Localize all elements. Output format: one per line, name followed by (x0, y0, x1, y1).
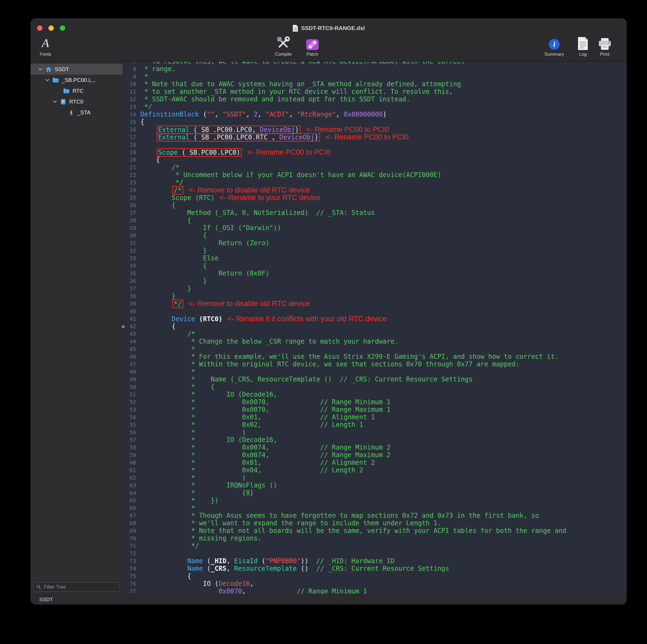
code-segment: Device (172, 315, 195, 323)
code-line: 58 * 0x0074, // Range Minimum 2 (123, 444, 627, 451)
code-line: 63 * IRQNoFlags () (123, 482, 627, 489)
chevron-down-icon[interactable] (37, 67, 44, 72)
code-text: */ (140, 179, 184, 186)
code-segment: * (140, 504, 195, 512)
code-line: 52 * 0x0070, // Range Minimum 1 (123, 398, 627, 406)
sidebar-tree: SSDT_SB.PC00.L...RTCRTC0_STA (30, 62, 123, 118)
code-segment: { (140, 217, 191, 224)
code-segment: , (226, 565, 234, 572)
patch-button[interactable]: Patch (296, 34, 329, 57)
tree-item-ssdt[interactable]: SSDT (30, 64, 123, 75)
code-line: 65 * }) (123, 497, 627, 504)
line-number: 57 (123, 436, 140, 444)
code-text: * {8} (140, 489, 254, 497)
print-button[interactable]: Print (589, 34, 621, 57)
line-number: 36 (123, 277, 140, 285)
code-line: 43 /* (123, 330, 627, 338)
tree-item-rtc0[interactable]: RTC0 (30, 96, 123, 107)
fonts-button[interactable]: A Fonts (30, 34, 60, 57)
code-text: External (_SB_.PC00.LPC0.RTC_, DeviceObj… (140, 133, 409, 141)
window-title: SSDT-RTC0-RANGE.dsl (301, 25, 365, 31)
code-segment: { (140, 572, 191, 580)
code-line: 61 * 0x04, // Length 2 (123, 466, 627, 474)
line-number: 38 (123, 292, 140, 300)
code-line: 12 * SSDT-AWAC should be removed and ins… (123, 95, 627, 103)
splitter-handle[interactable] (122, 325, 125, 328)
line-number: 50 (123, 383, 140, 391)
tree-item-label: RTC0 (69, 99, 83, 105)
summary-button[interactable]: i Summary (538, 34, 570, 57)
line-number: 17 (123, 133, 140, 141)
code-text: */ (140, 542, 199, 550)
line-number: 76 (123, 580, 140, 587)
code-line: 76 IO (Decode16, (123, 580, 627, 587)
code-segment (140, 149, 156, 156)
annotation-text: <- Rename if it conflicts with your old … (227, 315, 386, 323)
chevron-down-icon[interactable] (44, 77, 51, 83)
line-number: 9 (123, 73, 140, 80)
code-line: 75 { (123, 572, 627, 580)
code-segment: 2 (254, 110, 258, 118)
code-segment: Else (140, 254, 219, 262)
svg-text:i: i (553, 40, 555, 49)
filter-tree-input[interactable] (33, 582, 120, 591)
code-segment: , (246, 110, 254, 118)
code-segment: */ (140, 542, 199, 550)
line-number: 66 (123, 504, 140, 512)
code-segment: * missing regions. (140, 535, 262, 542)
code-segment: ResourceTemplate (234, 565, 297, 572)
code-segment: Decode16 (219, 580, 250, 587)
code-line: 28 { (123, 217, 627, 224)
line-number: 10 (123, 80, 140, 88)
code-segment: _HID (211, 557, 226, 565)
line-number: 27 (123, 209, 140, 217)
code-segment: } (140, 277, 207, 285)
code-segment: * Change the below _CSR range to match y… (140, 338, 399, 345)
code-line: 25 Scope (RTC)<- Rename to your RTC devi… (123, 194, 627, 202)
code-text: { (140, 232, 207, 239)
tree-item-sb-pc00-l[interactable]: _SB.PC00.L... (30, 75, 123, 85)
code-line: 22 * Uncomment below if your ACPI doesn'… (123, 171, 627, 179)
line-number: 48 (123, 368, 140, 376)
compile-button[interactable]: Compile (267, 34, 299, 57)
code-line: 45 * (123, 345, 627, 353)
code-line: 13 */ (123, 103, 627, 110)
code-editor[interactable]: 7 * To resolve this, we'll want to creat… (123, 62, 627, 594)
printer-icon (598, 34, 612, 51)
search-icon (36, 584, 41, 590)
code-text: * IO (Decode16, (140, 436, 277, 444)
folder-icon (62, 87, 71, 95)
code-segment: IO ( (140, 580, 219, 587)
code-line: 39 */<- Remove to disable old RTC device (123, 300, 627, 307)
code-text: * (140, 345, 195, 353)
annotation-text: <- Remove to disable old RTC device (189, 186, 310, 194)
code-segment: * (140, 368, 195, 376)
line-number: 31 (123, 239, 140, 247)
tree-item-rtc[interactable]: RTC (30, 85, 123, 96)
code-text: * To resolve this, we'll want to create … (140, 62, 465, 65)
line-number: 77 (123, 587, 140, 594)
summary-label: Summary (545, 52, 564, 57)
code-text: * 0x0074, // Range Minimum 2 (140, 444, 390, 451)
code-text: Scope (_SB.PC00.LPC0)<- Rename PC00 to P… (140, 148, 330, 156)
code-lines: 7 * To resolve this, we'll want to creat… (123, 62, 627, 594)
code-segment: * IRQNoFlags () (140, 482, 277, 489)
code-text: Return (Zero) (140, 239, 269, 247)
code-line: 37 } (123, 285, 627, 292)
code-text: Else (140, 254, 219, 262)
code-line: 44 * Change the below _CSR range to matc… (123, 338, 627, 345)
line-number: 72 (123, 550, 140, 557)
maciasl-window: SSDT-RTC0-RANGE.dsl A Fonts Compile (30, 18, 627, 605)
code-segment: Scope (158, 149, 178, 156)
line-number: 8 (123, 65, 140, 73)
line-number: 29 (123, 224, 140, 232)
tree-item-sta[interactable]: _STA (30, 107, 123, 118)
code-text: * Name (_CRS, ResourceTemplate () // _CR… (140, 376, 473, 383)
code-line: 68 * we'll want to expand the range to i… (123, 519, 627, 527)
chevron-down-icon[interactable] (51, 99, 59, 104)
code-line: 34 { (123, 262, 627, 269)
code-line: 20 { (123, 156, 627, 164)
code-segment: * 0x0074, // Range Maximum 2 (140, 451, 390, 459)
line-number: 22 (123, 171, 140, 179)
line-number: 20 (123, 156, 140, 164)
